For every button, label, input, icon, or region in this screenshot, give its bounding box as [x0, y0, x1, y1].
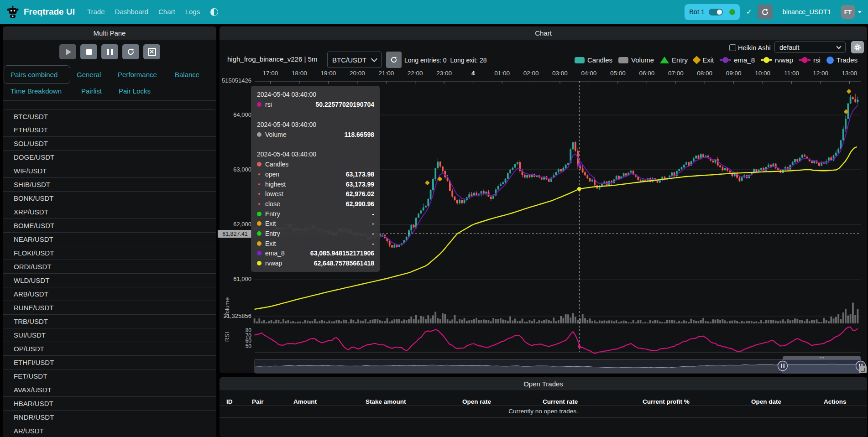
column-header-currentrate[interactable]: Current rate — [543, 398, 578, 405]
x-axis-label: 06:00 — [633, 70, 660, 77]
pair-list-item[interactable]: HBAR/USDT — [3, 397, 216, 411]
pair-list-item[interactable]: TRB/USDT — [3, 315, 216, 328]
cancel-open-orders-button[interactable] — [143, 44, 160, 59]
pair-list-item[interactable]: RNDR/USDT — [3, 411, 216, 424]
play-button[interactable] — [59, 44, 76, 59]
legend-item-ema_8[interactable]: ema_8 — [720, 56, 755, 64]
x-axis-label: 18:00 — [286, 70, 313, 77]
pair-list-item[interactable]: DOGE/USDT — [3, 151, 216, 164]
play-icon — [66, 49, 71, 55]
legend-item-entry[interactable]: Entry — [660, 56, 688, 64]
reload-bot-button[interactable] — [758, 5, 773, 19]
stop-button[interactable] — [80, 44, 97, 59]
chart-legend: CandlesVolumeEntryExitema_8rvwaprsiTrade… — [575, 56, 858, 64]
refresh-button[interactable] — [122, 44, 139, 59]
column-header-currentprofit[interactable]: Current profit % — [643, 398, 690, 405]
tab-pair-locks[interactable]: Pair Locks — [119, 87, 151, 95]
legend-item-exit[interactable]: Exit — [694, 56, 714, 64]
theme-toggle-icon[interactable] — [210, 8, 218, 16]
bot-selector[interactable]: Bot 1 — [685, 4, 740, 20]
tooltip-row-rsi: rsi50.22577020190704 — [257, 99, 374, 109]
x-axis-label: 11:00 — [778, 70, 805, 77]
tab-balance[interactable]: Balance — [175, 71, 199, 78]
pair-list-item[interactable]: ETH/USDT — [3, 123, 216, 137]
account-name: binance_USDT1 — [783, 8, 831, 16]
tab-time-breakdown[interactable]: Time Breakdown — [10, 87, 62, 95]
pause-icon — [107, 49, 113, 55]
tab-performance[interactable]: Performance — [118, 71, 157, 78]
y-axis-label: 64,000 — [206, 111, 251, 118]
pair-list-item[interactable]: WLD/USDT — [3, 274, 216, 287]
heikin-ashi-checkbox[interactable] — [729, 44, 736, 51]
pair-list-item[interactable]: WIF/USDT — [3, 164, 216, 178]
avatar[interactable]: FT — [841, 5, 855, 19]
nav-item-logs[interactable]: Logs — [185, 8, 200, 16]
bot-controls — [59, 44, 160, 59]
column-header-stakeamount[interactable]: Stake amount — [366, 398, 406, 405]
plot-config-select[interactable]: default — [774, 42, 846, 53]
pair-list-item[interactable]: SOL/USDT — [3, 137, 216, 151]
legend-item-candles[interactable]: Candles — [575, 56, 612, 64]
pair-list-item[interactable]: RUNE/USDT — [3, 301, 216, 315]
x-axis-label: 4 — [460, 70, 487, 77]
column-header-opendate[interactable]: Open date — [751, 398, 781, 405]
tab-general[interactable]: General — [77, 71, 101, 78]
tab-pairlist[interactable]: Pairlist — [81, 87, 102, 95]
x-axis-label: 10:00 — [749, 70, 776, 77]
x-axis-label: 22:00 — [402, 70, 429, 77]
crosshair-price-label: 61,827.41 — [218, 230, 252, 238]
pair-list-item[interactable]: FLOKI/USDT — [3, 246, 216, 260]
nav-item-trade[interactable]: Trade — [87, 8, 105, 16]
pair-list-item[interactable]: ORDI/USDT — [3, 260, 216, 274]
pair-list-item[interactable]: SHIB/USDT — [3, 178, 216, 192]
pair-list-item[interactable]: BTC/USDT — [3, 109, 216, 123]
nav-item-chart[interactable]: Chart — [158, 8, 175, 16]
x-axis-label: 12:00 — [807, 70, 834, 77]
nav-item-dashboard[interactable]: Dashboard — [115, 8, 148, 16]
column-header-actions[interactable]: Actions — [824, 398, 847, 405]
tooltip-row-ema_8: ema_863,085.948152171906 — [257, 249, 374, 259]
x-axis-label: 09:00 — [720, 70, 748, 77]
stop-icon — [86, 49, 92, 55]
pair-select[interactable]: BTC/USDT — [327, 52, 382, 68]
cancel-open-orders-icon — [148, 48, 156, 56]
y-axis-label: 62,000 — [206, 221, 251, 228]
pair-list-item[interactable]: NEAR/USDT — [3, 233, 216, 246]
column-header-pair[interactable]: Pair — [252, 398, 264, 405]
tab-pairs-combined[interactable]: Pairs combined — [10, 71, 58, 78]
pair-list-item[interactable]: BOME/USDT — [3, 219, 216, 233]
pause-button[interactable] — [101, 44, 118, 59]
x-axis-label: 13:00 — [836, 70, 863, 77]
sidebar-title: Multi Pane — [3, 26, 216, 40]
column-header-openrate[interactable]: Open rate — [462, 398, 491, 405]
pair-list-item[interactable]: ETHFI/USDT — [3, 356, 216, 369]
pair-list-item[interactable]: XRP/USDT — [3, 205, 216, 219]
pane-label-volume: Volume — [224, 294, 230, 321]
pair-list-item[interactable]: SUI/USDT — [3, 328, 216, 342]
plot-settings-button[interactable] — [851, 41, 864, 53]
pair-list-item[interactable]: BONK/USDT — [3, 192, 216, 205]
column-header-amount[interactable]: Amount — [293, 398, 317, 405]
legend-item-volume[interactable]: Volume — [618, 56, 654, 64]
brand[interactable]: Freqtrade UI — [24, 7, 75, 17]
x-axis-label: 02:00 — [518, 70, 545, 77]
column-header-id[interactable]: ID — [226, 398, 233, 405]
pair-list-item[interactable]: ARB/USDT — [3, 287, 216, 301]
chevron-down-icon[interactable] — [858, 11, 862, 13]
pair-list-item[interactable]: AVAX/USDT — [3, 383, 216, 397]
entries-exits-label: Long entries: 0 Long exit: 28 — [404, 57, 487, 64]
tooltip-row-close: close62,990.96 — [257, 199, 374, 209]
legend-item-rvwap[interactable]: rvwap — [761, 56, 793, 64]
chart-tooltip: 2024-05-04 03:40:00rsi50.225770201907042… — [251, 86, 380, 272]
bot-toggle[interactable] — [709, 9, 723, 16]
legend-item-trades[interactable]: Trades — [826, 56, 858, 64]
pair-list-item[interactable]: AR/USDT — [3, 424, 216, 437]
tooltip-row-Candles: Candles — [257, 159, 374, 169]
heikin-ashi-label: Heikin Ashi — [738, 44, 771, 52]
pair-list-item[interactable]: OP/USDT — [3, 342, 216, 356]
pair-list-item[interactable]: FET/USDT — [3, 369, 216, 383]
tooltip-row-lowest: lowest62,976.02 — [257, 189, 374, 199]
legend-item-rsi[interactable]: rsi — [799, 56, 821, 64]
robot-logo[interactable] — [6, 5, 20, 19]
chart-refresh-button[interactable] — [386, 52, 402, 68]
